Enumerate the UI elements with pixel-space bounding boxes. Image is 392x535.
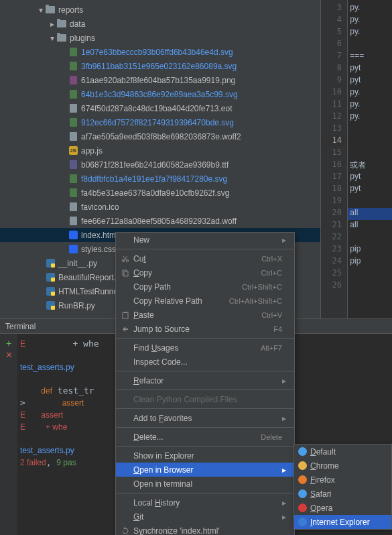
menu-item[interactable]: CopyCtrl+C	[116, 265, 294, 280]
file-icon	[70, 118, 77, 127]
menu-item[interactable]: Open in Browser▸	[116, 463, 294, 477]
terminal-toolbar: + ✕	[0, 334, 17, 535]
menu-item[interactable]: Add to Favorites▸	[116, 411, 294, 425]
tree-file[interactable]: af7ae505a9eed503f8b8e6982036873e.woff2	[0, 129, 320, 143]
menu-label: Local History	[133, 498, 282, 508]
menu-item[interactable]: Git▸	[116, 510, 294, 524]
file-icon: JS	[69, 146, 78, 155]
submenu-item[interactable]: Default	[294, 444, 391, 459]
code-area[interactable]: py. py. py. === pyt pyt py. py. py. 或者 p…	[348, 0, 392, 318]
menu-item[interactable]: Refactor▸	[116, 373, 294, 388]
submenu-item[interactable]: Safari	[294, 487, 391, 501]
tree-label: index.html	[81, 231, 118, 240]
file-icon	[70, 217, 77, 225]
terminal-add-icon[interactable]: +	[0, 338, 17, 350]
file-icon	[70, 90, 77, 99]
chevron-right-icon: ▸	[48, 19, 56, 29]
python-icon	[46, 273, 55, 282]
tree-folder-data[interactable]: ▸data	[0, 17, 320, 31]
menu-label: Synchronize 'index.html'	[133, 526, 282, 536]
tree-file[interactable]: 61aae920ab2f8fe604ba57b135aa9919.png	[0, 73, 320, 87]
folder-icon	[57, 34, 66, 42]
submenu-label: Internet Explorer	[310, 518, 370, 527]
tree-label: BeautifulReport.	[58, 273, 116, 282]
chevron-right-icon: ▸	[282, 498, 289, 508]
python-icon	[46, 287, 55, 296]
submenu-label: Chrome	[310, 461, 339, 471]
tree-file[interactable]: 64b1e3c3d94863c86e92e89aea3a5c99.svg	[0, 87, 320, 101]
tree-file[interactable]: 3fb9611bab3151e965e023162e86089a.svg	[0, 59, 320, 73]
menu-item[interactable]: Synchronize 'index.html'	[116, 524, 294, 535]
tree-label: plugins	[70, 34, 95, 43]
tree-folder-reports[interactable]: ▾reports	[0, 3, 320, 17]
file-icon	[70, 202, 77, 211]
tree-file[interactable]: b06871f281fee6b241d60582ae9369b9.ttf	[0, 158, 320, 172]
tree-file[interactable]: JSapp.js	[0, 143, 320, 158]
copy-icon	[121, 269, 133, 277]
python-icon	[46, 259, 55, 268]
tree-file[interactable]: 912ec66d7572ff821749319396470bde.svg	[0, 115, 320, 129]
chevron-right-icon: ▸	[282, 465, 289, 475]
tree-file[interactable]: fa4b5e31eae6378a0dfa9e10cfb9262f.svg	[0, 186, 320, 200]
menu-item[interactable]: CutCtrl+X	[116, 251, 294, 265]
file-icon	[70, 132, 77, 141]
menu-item: Clean Python Compiled Files	[116, 392, 294, 406]
cut-icon	[121, 255, 133, 263]
menu-item[interactable]: Copy Relative PathCtrl+Alt+Shift+C	[116, 294, 294, 308]
menu-item[interactable]: Delete...Delete	[116, 430, 294, 444]
menu-label: Delete...	[133, 432, 261, 442]
menu-item[interactable]: PasteCtrl+V	[116, 308, 294, 322]
menu-label: New	[133, 235, 282, 245]
menu-item[interactable]: Copy PathCtrl+Shift+C	[116, 280, 294, 294]
tree-file[interactable]: 674f50d287a8c48dc19ba404d20fe713.eot	[0, 101, 320, 115]
file-icon	[70, 188, 77, 197]
terminal-close-icon[interactable]: ✕	[0, 350, 17, 362]
tree-file[interactable]: f8ddfbfcb1a4e191ee1fa7f98417280e.svg	[0, 172, 320, 186]
tree-label: data	[70, 19, 85, 29]
browser-icon	[298, 503, 310, 512]
file-icon	[70, 48, 77, 56]
menu-label: Cut	[133, 254, 261, 263]
menu-item[interactable]: Local History▸	[116, 495, 294, 510]
tree-label: 1e07e63bbecccb93b06ffd6b43b46e4d.svg	[81, 48, 233, 57]
menu-item[interactable]: Open in terminal	[116, 477, 294, 491]
tree-file[interactable]: favicon.ico	[0, 200, 320, 214]
file-icon	[70, 104, 77, 113]
tree-file[interactable]: fee66e712a8a08eef5805a46892932ad.woff	[0, 214, 320, 228]
tree-label: app.js	[81, 146, 103, 156]
menu-label: Open in Browser	[133, 465, 282, 475]
file-icon	[70, 62, 77, 70]
browser-icon	[298, 461, 310, 470]
menu-item[interactable]: New▸	[116, 233, 294, 247]
chevron-right-icon: ▸	[282, 235, 289, 245]
menu-label: Clean Python Compiled Files	[133, 395, 282, 404]
code-editor[interactable]: 3456789101112131415161718192021222324252…	[320, 0, 392, 318]
menu-item[interactable]: Jump to SourceF4	[116, 322, 294, 336]
menu-item[interactable]: Find UsagesAlt+F7	[116, 341, 294, 355]
menu-item[interactable]: Inspect Code...	[116, 355, 294, 369]
folder-icon	[46, 6, 55, 13]
menu-item[interactable]: Show in Explorer	[116, 449, 294, 463]
submenu-item[interactable]: Opera	[294, 501, 391, 515]
submenu-item[interactable]: Chrome	[294, 459, 391, 473]
tree-label: 3fb9611bab3151e965e023162e86089a.svg	[81, 62, 237, 71]
menu-label: Show in Explorer	[133, 451, 282, 461]
tree-label: RunBR.py	[58, 301, 95, 310]
sync-icon	[121, 527, 133, 535]
submenu-item[interactable]: Internet Explorer	[294, 515, 391, 529]
browser-submenu[interactable]: DefaultChromeFirefoxSafariOperaInternet …	[293, 444, 392, 530]
folder-icon	[57, 20, 66, 27]
submenu-label: Opera	[310, 503, 332, 513]
menu-label: Find Usages	[133, 343, 261, 353]
context-menu[interactable]: New▸CutCtrl+XCopyCtrl+CCopy PathCtrl+Shi…	[115, 232, 295, 535]
tree-label: HTMLTestRunner	[58, 287, 121, 296]
menu-label: Inspect Code...	[133, 357, 282, 367]
submenu-item[interactable]: Firefox	[294, 473, 391, 487]
tree-label: styles.css	[81, 245, 116, 254]
menu-label: Copy	[133, 268, 261, 278]
tree-label: 674f50d287a8c48dc19ba404d20fe713.eot	[81, 104, 233, 113]
browser-icon	[298, 447, 310, 456]
submenu-label: Firefox	[310, 475, 335, 485]
tree-file[interactable]: 1e07e63bbecccb93b06ffd6b43b46e4d.svg	[0, 45, 320, 59]
tree-folder-plugins[interactable]: ▾plugins	[0, 31, 320, 45]
